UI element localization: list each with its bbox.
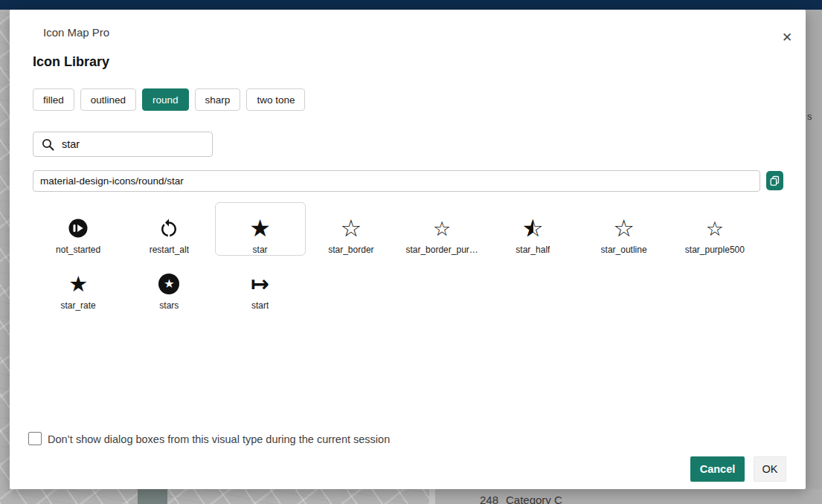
icon-tile-restart_alt[interactable]: restart_alt bbox=[123, 202, 214, 256]
star-filled-icon: ★ bbox=[68, 274, 88, 295]
search-input[interactable] bbox=[62, 138, 205, 150]
icon-tile-label: star_rate bbox=[60, 300, 95, 311]
background-table-strip: 248 Category C bbox=[435, 488, 822, 504]
icon-tile-label: star_border_pur… bbox=[405, 245, 478, 255]
dont-show-label: Don’t show dialog boxes from this visual… bbox=[48, 432, 390, 447]
icon-tile-label: star_outline bbox=[601, 245, 647, 255]
star-outline-icon: ☆ bbox=[613, 216, 635, 240]
background-table-divider bbox=[429, 488, 435, 504]
icon-style-tabs: filledoutlinedroundsharptwo tone bbox=[33, 88, 305, 111]
style-tab-filled[interactable]: filled bbox=[33, 88, 74, 111]
style-tab-round[interactable]: round bbox=[142, 88, 189, 111]
star-outline-icon: ☆ bbox=[341, 216, 362, 240]
cancel-button[interactable]: Cancel bbox=[690, 456, 745, 482]
restart-alt-icon bbox=[158, 217, 180, 239]
icon-results-grid: not_started restart_alt ★ star ☆ star_bo… bbox=[33, 202, 760, 314]
background-right-strip: s bbox=[806, 10, 822, 489]
icon-tile-label: star bbox=[253, 245, 268, 255]
icon-tile-stars[interactable]: ★ stars bbox=[123, 258, 214, 311]
star-outline-bold-icon: ☆ bbox=[706, 219, 724, 239]
icon-tile-star_border_pur[interactable]: ☆ star_border_pur… bbox=[396, 202, 487, 256]
icon-tile-star_half[interactable]: ☆★ star_half bbox=[487, 202, 578, 256]
start-arrow-icon: ↦ bbox=[251, 273, 269, 295]
icon-tile-star_purple500[interactable]: ☆ star_purple500 bbox=[670, 202, 760, 256]
icon-tile-start[interactable]: ↦ start bbox=[215, 258, 306, 311]
icon-tile-label: star_border bbox=[328, 245, 373, 255]
dont-show-row: Don’t show dialog boxes from this visual… bbox=[28, 432, 390, 447]
style-tab-outlined[interactable]: outlined bbox=[80, 88, 136, 111]
star-filled-icon: ★ bbox=[249, 216, 271, 240]
page-title: Icon Library bbox=[33, 54, 109, 70]
icon-tile-star_border[interactable]: ☆ star_border bbox=[306, 202, 396, 256]
star-half-icon: ☆★ bbox=[522, 216, 544, 240]
icon-tile-star[interactable]: ★ star bbox=[215, 202, 306, 256]
app-top-bar bbox=[0, 0, 822, 10]
search-icon bbox=[41, 138, 55, 152]
dont-show-checkbox[interactable] bbox=[28, 432, 42, 445]
icon-path-input[interactable] bbox=[33, 170, 760, 192]
icon-tile-star_rate[interactable]: ★ star_rate bbox=[33, 258, 123, 311]
close-button[interactable]: ✕ bbox=[778, 28, 796, 46]
ok-button[interactable]: OK bbox=[754, 456, 786, 482]
icon-tile-star_outline[interactable]: ☆ star_outline bbox=[579, 202, 670, 256]
background-right-text: s bbox=[807, 111, 812, 122]
icon-tile-label: start bbox=[251, 300, 269, 311]
background-table-category: Category C bbox=[506, 494, 562, 504]
style-tab-sharp[interactable]: sharp bbox=[195, 88, 241, 111]
background-table-value: 248 bbox=[480, 494, 498, 504]
icon-tile-label: restart_alt bbox=[150, 245, 189, 255]
copy-icon bbox=[768, 175, 781, 187]
icon-tile-label: star_half bbox=[516, 245, 550, 255]
style-tab-two-tone[interactable]: two tone bbox=[246, 88, 305, 111]
stars-circle-icon: ★ bbox=[158, 274, 179, 294]
not-started-icon bbox=[67, 217, 89, 239]
icon-tile-label: stars bbox=[159, 300, 179, 311]
close-icon: ✕ bbox=[782, 30, 792, 45]
dialog-title: Icon Map Pro bbox=[43, 26, 109, 39]
icon-search-box bbox=[33, 132, 213, 157]
copy-path-button[interactable] bbox=[766, 171, 783, 190]
icon-tile-not_started[interactable]: not_started bbox=[33, 202, 123, 256]
icon-tile-label: star_purple500 bbox=[685, 245, 745, 255]
star-outline-bold-icon: ☆ bbox=[433, 219, 451, 239]
icon-library-dialog: Icon Map Pro ✕ Icon Library filledoutlin… bbox=[10, 10, 806, 489]
icon-tile-label: not_started bbox=[56, 245, 100, 255]
